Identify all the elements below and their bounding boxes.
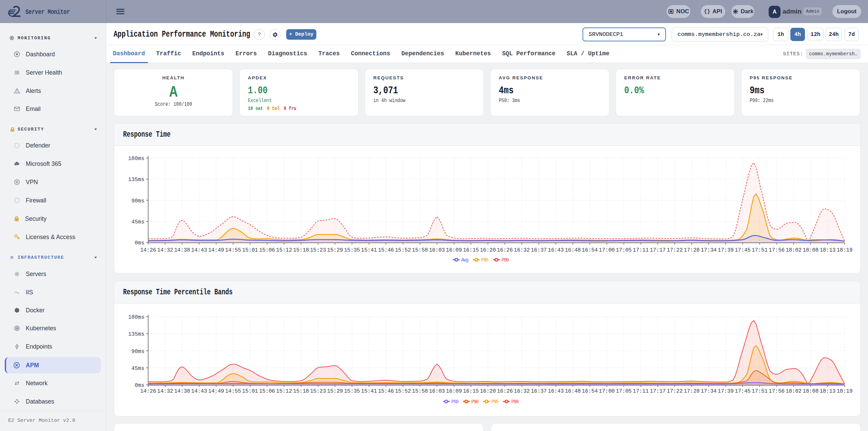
svg-text:16:20: 16:20: [480, 388, 496, 394]
svg-text:16:37: 16:37: [531, 247, 547, 253]
svg-text:18:08: 18:08: [803, 247, 818, 253]
svg-text:90ms: 90ms: [132, 349, 144, 355]
svg-text:14:49: 14:49: [208, 247, 224, 253]
svg-text:Avg: Avg: [461, 257, 469, 263]
svg-text:18:02: 18:02: [786, 388, 802, 394]
svg-text:135ms: 135ms: [128, 331, 144, 337]
svg-text:P99: P99: [511, 399, 519, 405]
svg-text:90ms: 90ms: [132, 198, 144, 204]
svg-text:16:03: 16:03: [429, 388, 445, 394]
svg-text:14:55: 14:55: [225, 247, 241, 253]
svg-text:14:38: 14:38: [174, 388, 190, 394]
svg-text:16:43: 16:43: [548, 247, 564, 253]
svg-text:17:05: 17:05: [616, 247, 632, 253]
svg-text:17:11: 17:11: [633, 247, 649, 253]
svg-text:45ms: 45ms: [132, 366, 144, 372]
svg-text:15:12: 15:12: [276, 388, 292, 394]
svg-text:15:52: 15:52: [395, 388, 411, 394]
svg-text:17:45: 17:45: [735, 388, 751, 394]
svg-text:14:32: 14:32: [157, 247, 173, 253]
svg-text:15:35: 15:35: [344, 388, 360, 394]
svg-text:14:26: 14:26: [140, 388, 156, 394]
svg-text:P90: P90: [471, 399, 479, 405]
svg-text:16:09: 16:09: [446, 247, 462, 253]
svg-text:P95: P95: [491, 399, 499, 405]
svg-text:17:28: 17:28: [684, 388, 700, 394]
svg-text:16:48: 16:48: [565, 247, 581, 253]
svg-text:15:06: 15:06: [259, 388, 275, 394]
svg-text:45ms: 45ms: [132, 219, 144, 225]
svg-text:15:29: 15:29: [327, 247, 343, 253]
svg-text:15:18: 15:18: [293, 247, 309, 253]
svg-text:18:19: 18:19: [837, 388, 853, 394]
svg-text:15:18: 15:18: [293, 388, 309, 394]
svg-text:17:28: 17:28: [684, 247, 700, 253]
svg-text:17:51: 17:51: [752, 388, 768, 394]
svg-text:17:17: 17:17: [650, 247, 666, 253]
svg-text:17:05: 17:05: [616, 388, 632, 394]
svg-text:180ms: 180ms: [128, 314, 144, 320]
svg-text:18:19: 18:19: [837, 247, 853, 253]
svg-text:18:08: 18:08: [803, 388, 818, 394]
svg-text:17:56: 17:56: [769, 247, 785, 253]
svg-text:16:54: 16:54: [582, 247, 598, 253]
svg-text:16:32: 16:32: [514, 247, 530, 253]
svg-text:15:23: 15:23: [310, 247, 326, 253]
svg-text:15:06: 15:06: [259, 247, 275, 253]
svg-text:18:13: 18:13: [820, 247, 835, 253]
svg-text:135ms: 135ms: [128, 177, 144, 183]
svg-text:17:34: 17:34: [701, 388, 717, 394]
svg-text:14:38: 14:38: [174, 247, 190, 253]
svg-text:15:23: 15:23: [310, 388, 326, 394]
svg-text:15:41: 15:41: [361, 388, 377, 394]
svg-text:15:35: 15:35: [344, 247, 360, 253]
svg-text:16:32: 16:32: [514, 388, 530, 394]
svg-text:16:43: 16:43: [548, 388, 564, 394]
svg-text:16:15: 16:15: [463, 388, 479, 394]
svg-text:15:12: 15:12: [276, 247, 292, 253]
svg-text:18:13: 18:13: [820, 388, 835, 394]
svg-text:14:49: 14:49: [208, 388, 224, 394]
svg-text:16:37: 16:37: [531, 388, 547, 394]
svg-text:14:43: 14:43: [191, 388, 207, 394]
svg-text:17:45: 17:45: [735, 247, 751, 253]
svg-text:P95: P95: [481, 257, 489, 263]
svg-text:17:51: 17:51: [752, 247, 768, 253]
svg-text:P99: P99: [501, 257, 509, 263]
svg-text:17:22: 17:22: [667, 247, 683, 253]
svg-text:16:54: 16:54: [582, 388, 598, 394]
svg-text:180ms: 180ms: [128, 156, 144, 162]
svg-text:15:58: 15:58: [412, 388, 428, 394]
svg-text:0ms: 0ms: [135, 383, 144, 389]
svg-text:17:17: 17:17: [650, 388, 666, 394]
svg-text:14:26: 14:26: [140, 247, 156, 253]
svg-text:16:15: 16:15: [463, 247, 479, 253]
svg-text:16:20: 16:20: [480, 247, 496, 253]
svg-text:14:43: 14:43: [191, 247, 207, 253]
svg-text:16:26: 16:26: [497, 388, 513, 394]
svg-text:18:02: 18:02: [786, 247, 802, 253]
svg-text:14:55: 14:55: [225, 388, 241, 394]
svg-text:0ms: 0ms: [135, 240, 144, 246]
svg-text:17:00: 17:00: [599, 247, 615, 253]
svg-text:16:09: 16:09: [446, 388, 462, 394]
svg-text:17:39: 17:39: [718, 247, 734, 253]
svg-text:15:41: 15:41: [361, 247, 377, 253]
svg-text:16:26: 16:26: [497, 247, 513, 253]
svg-text:15:46: 15:46: [378, 247, 394, 253]
svg-text:15:29: 15:29: [327, 388, 343, 394]
svg-text:17:11: 17:11: [633, 388, 649, 394]
svg-text:14:32: 14:32: [157, 388, 173, 394]
svg-text:17:00: 17:00: [599, 388, 615, 394]
svg-text:15:01: 15:01: [242, 388, 258, 394]
svg-text:17:22: 17:22: [667, 388, 683, 394]
svg-text:15:01: 15:01: [242, 247, 258, 253]
svg-text:17:56: 17:56: [769, 388, 785, 394]
svg-text:16:48: 16:48: [565, 388, 581, 394]
svg-text:17:34: 17:34: [701, 247, 717, 253]
svg-text:16:03: 16:03: [429, 247, 445, 253]
svg-text:P50: P50: [451, 399, 459, 405]
svg-text:17:39: 17:39: [718, 388, 734, 394]
svg-text:15:46: 15:46: [378, 388, 394, 394]
svg-text:15:52: 15:52: [395, 247, 411, 253]
